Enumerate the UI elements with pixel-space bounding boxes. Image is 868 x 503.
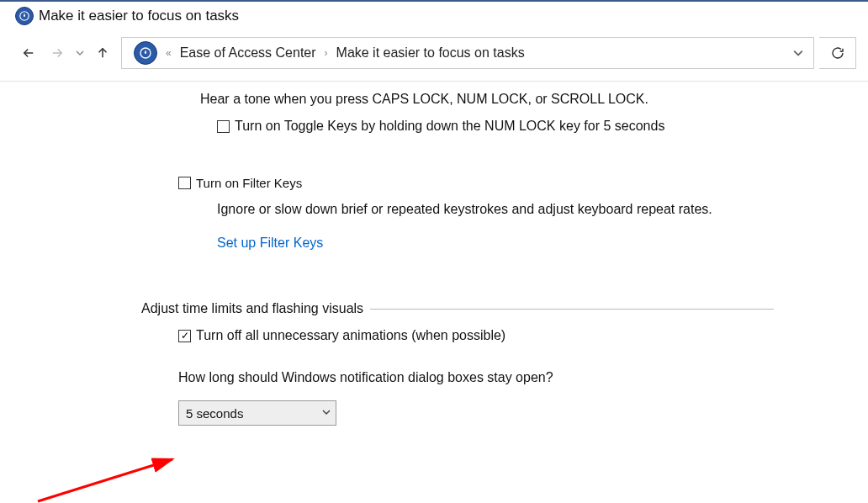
nav-toolbar: « Ease of Access Center › Make it easier… bbox=[0, 34, 868, 82]
checkbox-checked-icon[interactable] bbox=[178, 330, 191, 342]
turn-off-animations-option[interactable]: Turn off all unnecessary animations (whe… bbox=[178, 328, 868, 343]
notification-duration-select[interactable]: 5 seconds bbox=[178, 400, 336, 426]
checkbox-unchecked-icon[interactable] bbox=[217, 120, 230, 133]
app-icon bbox=[15, 7, 34, 25]
notification-duration-label: How long should Windows notification dia… bbox=[178, 370, 868, 385]
refresh-button[interactable] bbox=[819, 37, 856, 69]
chevron-left-icon: « bbox=[166, 47, 172, 59]
content-area: Hear a tone when you press CAPS LOCK, NU… bbox=[0, 82, 868, 426]
toggle-numlock-option[interactable]: Turn on Toggle Keys by holding down the … bbox=[217, 119, 868, 134]
toggle-keys-description: Hear a tone when you press CAPS LOCK, NU… bbox=[200, 92, 868, 107]
window-title: Make it easier to focus on tasks bbox=[39, 8, 239, 24]
section-heading-row: Adjust time limits and flashing visuals bbox=[141, 301, 868, 316]
breadcrumb-item-1[interactable]: Ease of Access Center bbox=[180, 45, 316, 61]
checkbox-unchecked-icon[interactable] bbox=[178, 177, 191, 189]
forward-button[interactable] bbox=[45, 41, 69, 65]
chevron-right-icon: › bbox=[325, 47, 328, 59]
breadcrumb-item-2[interactable]: Make it easier to focus on tasks bbox=[336, 45, 525, 61]
filter-keys-label: Turn on Filter Keys bbox=[196, 176, 302, 190]
filter-keys-description: Ignore or slow down brief or repeated ke… bbox=[217, 202, 868, 217]
select-value: 5 seconds bbox=[186, 406, 243, 421]
setup-filter-keys-link[interactable]: Set up Filter Keys bbox=[217, 236, 323, 250]
annotation-arrow-icon bbox=[34, 455, 202, 503]
filter-keys-option[interactable]: Turn on Filter Keys bbox=[178, 176, 868, 190]
address-bar[interactable]: « Ease of Access Center › Make it easier… bbox=[121, 37, 814, 69]
section-divider bbox=[370, 309, 774, 310]
address-dropdown-icon[interactable] bbox=[790, 46, 807, 61]
window-title-row: Make it easier to focus on tasks bbox=[0, 2, 868, 34]
up-button[interactable] bbox=[91, 41, 114, 65]
control-panel-icon bbox=[134, 41, 157, 65]
recent-dropdown[interactable] bbox=[74, 41, 86, 65]
chevron-down-icon bbox=[322, 408, 331, 418]
section-heading: Adjust time limits and flashing visuals bbox=[141, 301, 363, 316]
svg-line-4 bbox=[38, 459, 172, 501]
back-button[interactable] bbox=[17, 41, 40, 65]
turn-off-animations-label: Turn off all unnecessary animations (whe… bbox=[196, 328, 505, 343]
toggle-numlock-label: Turn on Toggle Keys by holding down the … bbox=[235, 119, 664, 134]
